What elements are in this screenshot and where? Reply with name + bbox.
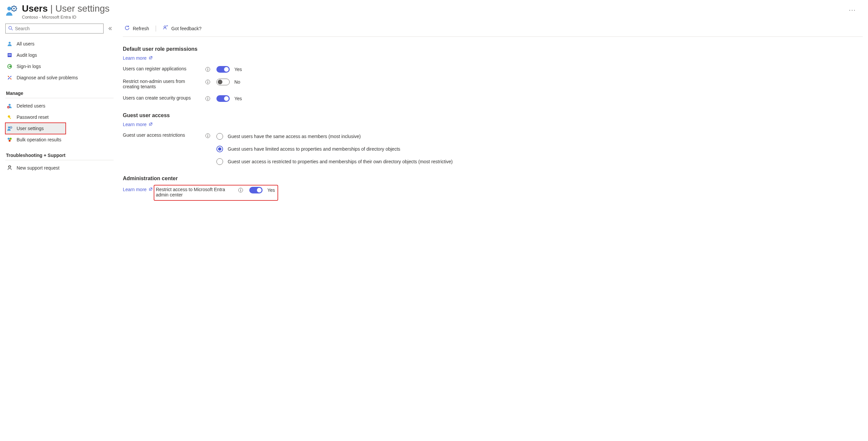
setting-label: Users can register applications bbox=[123, 66, 203, 71]
feedback-button[interactable]: Got feedback? bbox=[161, 24, 203, 33]
radio-guest-limited[interactable]: Guest users have limited access to prope… bbox=[216, 146, 453, 152]
svg-point-15 bbox=[8, 126, 10, 128]
svg-point-5 bbox=[9, 42, 11, 44]
page-title: Users | User settings bbox=[22, 3, 838, 14]
svg-point-17 bbox=[11, 127, 11, 128]
setting-label: Guest user access restrictions bbox=[123, 132, 203, 138]
signin-icon bbox=[7, 63, 12, 69]
info-icon[interactable] bbox=[205, 79, 211, 85]
nav-label: Audit logs bbox=[17, 53, 37, 58]
nav-heading-manage: Manage bbox=[5, 87, 114, 98]
sidebar-item-password-reset[interactable]: Password reset bbox=[5, 112, 114, 123]
highlight-restrict-admin: Restrict access to Microsoft Entra admin… bbox=[154, 185, 278, 201]
nav-label: Sign-in logs bbox=[17, 64, 41, 69]
svg-point-10 bbox=[9, 104, 11, 106]
setting-register-apps: Users can register applications Yes bbox=[123, 66, 863, 73]
radio-guest-inclusive[interactable]: Guest users have the same access as memb… bbox=[216, 133, 453, 140]
svg-rect-25 bbox=[208, 69, 208, 71]
nav-label: User settings bbox=[17, 126, 44, 131]
toggle-restrict-tenants[interactable] bbox=[216, 78, 230, 85]
nav-label: New support request bbox=[17, 165, 59, 170]
toolbar: Refresh Got feedback? bbox=[123, 24, 863, 37]
main-content: Refresh Got feedback? Default user role … bbox=[123, 24, 863, 211]
toggle-value: Yes bbox=[267, 187, 275, 193]
svg-rect-12 bbox=[8, 107, 9, 107]
toggle-restrict-admin[interactable] bbox=[249, 187, 262, 193]
radio-label: Guest users have the same access as memb… bbox=[228, 134, 361, 139]
sidebar-item-all-users[interactable]: All users bbox=[5, 38, 114, 50]
wrench-icon bbox=[7, 75, 12, 81]
setting-guest-restrictions: Guest user access restrictions Guest use… bbox=[123, 132, 863, 165]
info-icon[interactable] bbox=[205, 96, 211, 101]
toggle-security-groups[interactable] bbox=[216, 95, 230, 102]
sidebar-item-bulk-results[interactable]: Bulk operation results bbox=[5, 134, 114, 145]
svg-rect-31 bbox=[208, 98, 208, 100]
bulk-icon bbox=[7, 137, 12, 143]
learn-more-link[interactable]: Learn more bbox=[123, 55, 153, 61]
external-link-icon bbox=[149, 187, 153, 192]
search-icon bbox=[8, 26, 13, 32]
svg-line-4 bbox=[11, 29, 12, 30]
external-link-icon bbox=[149, 55, 153, 61]
svg-point-33 bbox=[208, 134, 208, 135]
sidebar-item-signin-logs[interactable]: Sign-in logs bbox=[5, 61, 114, 72]
radio-label: Guest users have limited access to prope… bbox=[228, 146, 400, 152]
sidebar-item-audit-logs[interactable]: Audit logs bbox=[5, 50, 114, 61]
info-icon[interactable] bbox=[205, 133, 211, 138]
external-link-icon bbox=[149, 122, 153, 127]
svg-rect-14 bbox=[9, 117, 11, 119]
section-admin-center: Administration center Learn more Restric… bbox=[123, 176, 863, 201]
setting-security-groups: Users can create security groups Yes bbox=[123, 95, 863, 102]
svg-point-27 bbox=[208, 81, 208, 81]
sidebar-item-deleted-users[interactable]: Deleted users bbox=[5, 100, 114, 112]
nav-label: Diagnose and solve problems bbox=[17, 75, 78, 80]
nav-label: Password reset bbox=[17, 115, 49, 120]
svg-rect-34 bbox=[208, 135, 208, 137]
radio-icon bbox=[216, 158, 223, 165]
setting-label: Restrict non-admin users from creating t… bbox=[123, 78, 203, 89]
radio-icon bbox=[216, 133, 223, 140]
more-button[interactable]: ··· bbox=[842, 7, 863, 13]
nav-label: All users bbox=[17, 41, 34, 46]
radio-icon bbox=[216, 146, 223, 152]
sidebar-item-new-support[interactable]: New support request bbox=[5, 162, 114, 174]
svg-rect-28 bbox=[208, 82, 208, 83]
svg-rect-37 bbox=[241, 190, 241, 191]
key-icon bbox=[7, 114, 12, 120]
logs-icon bbox=[7, 52, 12, 58]
setting-restrict-tenants: Restrict non-admin users from creating t… bbox=[123, 78, 863, 89]
sidebar-item-diagnose[interactable]: Diagnose and solve problems bbox=[5, 72, 114, 83]
learn-more-link[interactable]: Learn more bbox=[123, 122, 153, 127]
collapse-sidebar-button[interactable] bbox=[107, 25, 114, 32]
user-gear-icon bbox=[7, 125, 12, 131]
deleted-user-icon bbox=[7, 103, 12, 109]
radio-guest-restrictive[interactable]: Guest user access is restricted to prope… bbox=[216, 158, 453, 165]
toggle-value: Yes bbox=[234, 96, 242, 101]
info-icon[interactable] bbox=[238, 187, 243, 193]
refresh-button[interactable]: Refresh bbox=[123, 24, 150, 33]
toggle-register-apps[interactable] bbox=[216, 66, 230, 73]
section-title: Default user role permissions bbox=[123, 46, 863, 52]
svg-point-20 bbox=[9, 140, 11, 142]
svg-point-0 bbox=[7, 7, 11, 11]
search-input[interactable] bbox=[5, 24, 103, 33]
radio-label: Guest user access is restricted to prope… bbox=[228, 159, 453, 164]
nav-label: Bulk operation results bbox=[17, 137, 61, 143]
section-guest-access: Guest user access Learn more Guest user … bbox=[123, 113, 863, 165]
svg-point-3 bbox=[9, 26, 11, 29]
svg-point-21 bbox=[9, 166, 11, 168]
svg-point-30 bbox=[208, 97, 208, 98]
toggle-value: Yes bbox=[234, 67, 242, 72]
section-title: Administration center bbox=[123, 176, 863, 182]
svg-point-24 bbox=[208, 68, 208, 69]
learn-more-link[interactable]: Learn more bbox=[123, 187, 153, 192]
info-icon[interactable] bbox=[205, 67, 211, 72]
svg-point-18 bbox=[8, 138, 10, 140]
page-header: Users | User settings Contoso - Microsof… bbox=[5, 3, 863, 20]
sidebar-item-user-settings[interactable]: User settings bbox=[5, 123, 66, 134]
section-title: Guest user access bbox=[123, 113, 863, 119]
svg-point-2 bbox=[13, 8, 15, 10]
feedback-icon bbox=[163, 25, 168, 32]
svg-point-22 bbox=[164, 26, 166, 28]
toolbar-separator bbox=[156, 26, 156, 32]
